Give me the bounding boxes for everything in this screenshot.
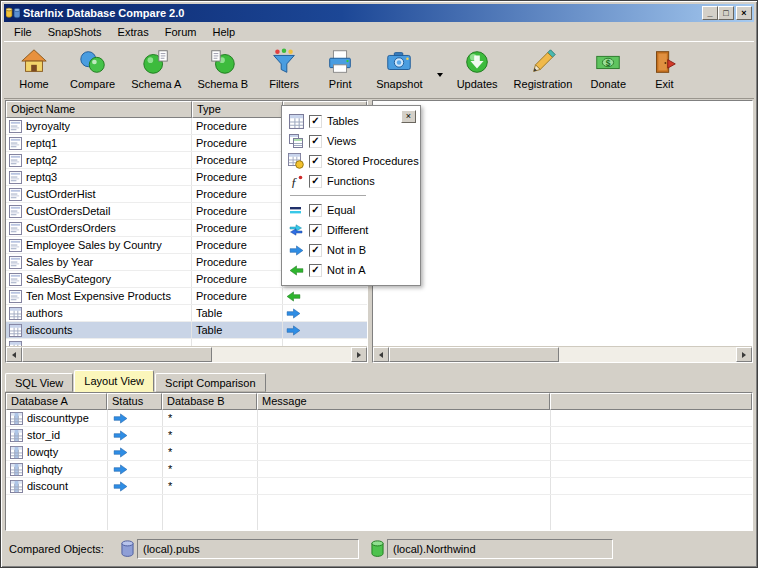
scroll-thumb[interactable] [22, 347, 212, 362]
equal-icon [288, 202, 304, 218]
comparison-row[interactable]: highqty * [6, 461, 752, 478]
column-header-filler [550, 393, 752, 410]
object-row[interactable]: discounts Table [6, 322, 367, 339]
status-arrow-icon [113, 413, 128, 424]
filter-item-views[interactable]: Views [282, 131, 420, 151]
app-window: StarInix Database Compare 2.0 _ □ × File… [0, 0, 758, 568]
toolbar-compare-button[interactable]: Compare [64, 44, 121, 92]
not-in-a-checkbox[interactable] [309, 264, 322, 277]
minimize-button[interactable]: _ [702, 6, 718, 20]
filter-item-tables[interactable]: Tables [282, 111, 420, 131]
views-icon [288, 133, 304, 149]
toolbar-registration-button[interactable]: Registration [508, 44, 579, 92]
object-name: CustOrdersDetail [26, 205, 110, 217]
snapshot-dropdown-button[interactable] [433, 66, 447, 84]
close-button[interactable]: × [736, 6, 752, 20]
tab-layout-view[interactable]: Layout View [74, 370, 154, 392]
column-header-database-a[interactable]: Database A [6, 393, 107, 410]
triangle-left-icon [9, 352, 16, 358]
object-row[interactable] [6, 339, 367, 346]
object-type-icon [9, 324, 22, 337]
not-in-b-checkbox[interactable] [309, 244, 322, 257]
column-header-message[interactable]: Message [257, 393, 550, 410]
stored-procedures-checkbox[interactable] [309, 155, 322, 168]
toolbar-updates-button[interactable]: Updates [451, 44, 504, 92]
toolbar-schema-b-button[interactable]: Schema B [191, 44, 254, 92]
filter-item-stored-procedures[interactable]: Stored Procedures [282, 151, 420, 171]
scroll-left-button[interactable] [6, 347, 22, 362]
filter-item-different[interactable]: Different [282, 220, 420, 240]
filter-item-equal[interactable]: Equal [282, 200, 420, 220]
filters-popup: × Tables Views [281, 105, 421, 286]
toolbar-exit-button[interactable]: Exit [638, 44, 690, 92]
menu-file[interactable]: File [6, 24, 40, 40]
toolbar-donate-button[interactable]: $ Donate [582, 44, 634, 92]
object-list-hscrollbar[interactable] [6, 346, 367, 362]
scroll-left-button[interactable] [373, 347, 389, 362]
toolbar: Home Compare Schema A [4, 41, 754, 99]
donate-icon: $ [593, 47, 623, 77]
comparison-row[interactable]: lowqty * [6, 444, 752, 461]
tables-checkbox[interactable] [309, 115, 322, 128]
status-arrow-icon [286, 291, 301, 302]
toolbar-snapshot-button[interactable]: Snapshot [370, 44, 428, 92]
scroll-thumb[interactable] [389, 347, 559, 362]
scroll-right-button[interactable] [351, 347, 367, 362]
detail-panel-hscrollbar[interactable] [373, 346, 752, 362]
maximize-button[interactable]: □ [718, 6, 734, 20]
functions-checkbox[interactable] [309, 175, 322, 188]
tab-script-comparison[interactable]: Script Comparison [155, 373, 265, 392]
comparison-row[interactable]: stor_id * [6, 427, 752, 444]
column-header-object-name[interactable]: Object Name [6, 101, 192, 118]
column-name: highqty [27, 463, 62, 475]
object-type: Procedure [192, 203, 283, 219]
menu-help[interactable]: Help [205, 24, 244, 40]
object-type: Procedure [192, 152, 283, 168]
column-icon [10, 480, 23, 493]
object-type [192, 339, 283, 346]
column-icon [10, 429, 23, 442]
object-type: Procedure [192, 169, 283, 185]
database-b-value: * [162, 461, 257, 477]
column-header-status[interactable]: Status [107, 393, 162, 410]
toolbar-schema-a-button[interactable]: Schema A [125, 44, 187, 92]
status-arrow-icon [113, 430, 128, 441]
menu-extras[interactable]: Extras [110, 24, 157, 40]
menu-forum[interactable]: Forum [157, 24, 205, 40]
object-row[interactable]: Ten Most Expensive Products Procedure [6, 288, 367, 305]
object-name: reptq2 [26, 154, 57, 166]
filter-item-not-in-b[interactable]: Not in B [282, 240, 420, 260]
column-name: discounttype [27, 412, 89, 424]
comparison-row[interactable]: discounttype * [6, 410, 752, 427]
object-type-icon [9, 137, 22, 150]
toolbar-filters-button[interactable]: Filters [258, 44, 310, 92]
tab-sql-view[interactable]: SQL View [5, 373, 73, 392]
registration-icon [528, 47, 558, 77]
different-checkbox[interactable] [309, 224, 322, 237]
filter-item-functions[interactable]: ƒ Functions [282, 171, 420, 191]
database-b-field: (local).Northwind [387, 539, 613, 559]
toolbar-home-button[interactable]: Home [8, 44, 60, 92]
object-name: reptq1 [26, 137, 57, 149]
functions-icon: ƒ [288, 173, 304, 189]
different-icon [288, 222, 304, 238]
status-arrow-icon [113, 481, 128, 492]
column-icon [10, 463, 23, 476]
object-type: Procedure [192, 288, 283, 304]
column-header-type[interactable]: Type [192, 101, 283, 118]
equal-checkbox[interactable] [309, 204, 322, 217]
menu-snapshots[interactable]: SnapShots [40, 24, 110, 40]
triangle-right-icon [357, 352, 364, 358]
triangle-right-icon [742, 352, 749, 358]
column-header-database-b[interactable]: Database B [162, 393, 257, 410]
status-arrow-icon [113, 447, 128, 458]
scroll-right-button[interactable] [736, 347, 752, 362]
filter-item-not-in-a[interactable]: Not in A [282, 260, 420, 280]
object-row[interactable]: authors Table [6, 305, 367, 322]
views-checkbox[interactable] [309, 135, 322, 148]
column-name: discount [27, 480, 68, 492]
popup-close-button[interactable]: × [401, 110, 416, 123]
toolbar-print-button[interactable]: Print [314, 44, 366, 92]
chevron-down-icon [437, 73, 443, 77]
comparison-row[interactable]: discount * [6, 478, 752, 495]
